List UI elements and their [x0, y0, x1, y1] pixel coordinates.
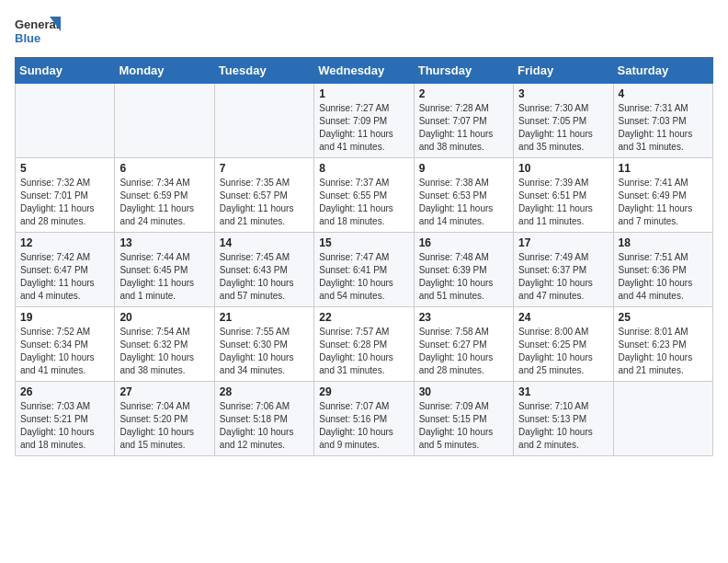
cell-daylight-info: Sunrise: 7:07 AM Sunset: 5:16 PM Dayligh… — [319, 400, 408, 452]
week-row-2: 12Sunrise: 7:42 AM Sunset: 6:47 PM Dayli… — [16, 233, 713, 307]
calendar-cell: 31Sunrise: 7:10 AM Sunset: 5:13 PM Dayli… — [514, 382, 613, 456]
cell-daylight-info: Sunrise: 7:35 AM Sunset: 6:57 PM Dayligh… — [220, 177, 309, 228]
day-number: 7 — [220, 162, 309, 175]
cell-daylight-info: Sunrise: 7:03 AM Sunset: 5:21 PM Dayligh… — [20, 400, 109, 452]
day-number: 19 — [20, 311, 109, 324]
calendar-cell — [115, 84, 214, 158]
calendar-cell: 12Sunrise: 7:42 AM Sunset: 6:47 PM Dayli… — [16, 233, 115, 307]
calendar-cell: 27Sunrise: 7:04 AM Sunset: 5:20 PM Dayli… — [115, 382, 214, 456]
cell-daylight-info: Sunrise: 7:48 AM Sunset: 6:39 PM Dayligh… — [419, 251, 508, 303]
calendar-cell: 11Sunrise: 7:41 AM Sunset: 6:49 PM Dayli… — [613, 158, 712, 233]
logo-svg: GeneralBlue — [15, 15, 61, 48]
day-number: 20 — [119, 311, 209, 324]
cell-daylight-info: Sunrise: 7:37 AM Sunset: 6:55 PM Dayligh… — [319, 177, 408, 228]
day-number: 1 — [319, 87, 408, 100]
calendar-cell: 26Sunrise: 7:03 AM Sunset: 5:21 PM Dayli… — [16, 382, 115, 456]
day-number: 30 — [419, 385, 508, 398]
cell-daylight-info: Sunrise: 7:06 AM Sunset: 5:18 PM Dayligh… — [220, 400, 309, 452]
cell-daylight-info: Sunrise: 7:47 AM Sunset: 6:41 PM Dayligh… — [319, 251, 408, 303]
calendar-cell: 6Sunrise: 7:34 AM Sunset: 6:59 PM Daylig… — [115, 158, 214, 233]
logo: GeneralBlue — [15, 15, 61, 48]
weekday-header-wednesday: Wednesday — [314, 58, 414, 84]
day-number: 21 — [220, 311, 309, 324]
calendar-cell: 29Sunrise: 7:07 AM Sunset: 5:16 PM Dayli… — [314, 382, 414, 456]
calendar-cell: 22Sunrise: 7:57 AM Sunset: 6:28 PM Dayli… — [314, 307, 414, 382]
day-number: 22 — [319, 311, 408, 324]
calendar-cell: 16Sunrise: 7:48 AM Sunset: 6:39 PM Dayli… — [414, 233, 513, 307]
day-number: 11 — [619, 162, 708, 175]
day-number: 31 — [518, 385, 608, 398]
day-number: 29 — [319, 385, 408, 398]
calendar-cell: 10Sunrise: 7:39 AM Sunset: 6:51 PM Dayli… — [514, 158, 613, 233]
cell-daylight-info: Sunrise: 7:51 AM Sunset: 6:36 PM Dayligh… — [619, 251, 708, 303]
day-number: 8 — [319, 162, 408, 175]
week-row-1: 5Sunrise: 7:32 AM Sunset: 7:01 PM Daylig… — [16, 158, 713, 233]
calendar-cell: 9Sunrise: 7:38 AM Sunset: 6:53 PM Daylig… — [414, 158, 513, 233]
header: GeneralBlue — [15, 15, 713, 48]
day-number: 16 — [419, 236, 508, 249]
week-row-4: 26Sunrise: 7:03 AM Sunset: 5:21 PM Dayli… — [16, 382, 713, 456]
calendar-cell — [16, 84, 115, 158]
cell-daylight-info: Sunrise: 7:28 AM Sunset: 7:07 PM Dayligh… — [419, 102, 508, 154]
day-number: 5 — [20, 162, 109, 175]
calendar-cell: 7Sunrise: 7:35 AM Sunset: 6:57 PM Daylig… — [214, 158, 313, 233]
calendar-cell: 18Sunrise: 7:51 AM Sunset: 6:36 PM Dayli… — [613, 233, 712, 307]
calendar-cell: 14Sunrise: 7:45 AM Sunset: 6:43 PM Dayli… — [214, 233, 313, 307]
day-number: 27 — [119, 385, 209, 398]
cell-daylight-info: Sunrise: 7:09 AM Sunset: 5:15 PM Dayligh… — [419, 400, 508, 452]
svg-text:Blue: Blue — [15, 31, 40, 45]
cell-daylight-info: Sunrise: 7:42 AM Sunset: 6:47 PM Dayligh… — [20, 251, 109, 303]
day-number: 28 — [220, 385, 309, 398]
week-row-0: 1Sunrise: 7:27 AM Sunset: 7:09 PM Daylig… — [16, 84, 713, 158]
calendar-cell: 3Sunrise: 7:30 AM Sunset: 7:05 PM Daylig… — [514, 84, 613, 158]
calendar-cell: 19Sunrise: 7:52 AM Sunset: 6:34 PM Dayli… — [16, 307, 115, 382]
cell-daylight-info: Sunrise: 7:34 AM Sunset: 6:59 PM Dayligh… — [119, 177, 209, 228]
calendar-cell: 2Sunrise: 7:28 AM Sunset: 7:07 PM Daylig… — [414, 84, 513, 158]
weekday-header-saturday: Saturday — [613, 58, 712, 84]
cell-daylight-info: Sunrise: 8:01 AM Sunset: 6:23 PM Dayligh… — [619, 326, 708, 377]
day-number: 25 — [619, 311, 708, 324]
calendar-cell: 5Sunrise: 7:32 AM Sunset: 7:01 PM Daylig… — [16, 158, 115, 233]
calendar-cell: 20Sunrise: 7:54 AM Sunset: 6:32 PM Dayli… — [115, 307, 214, 382]
cell-daylight-info: Sunrise: 7:39 AM Sunset: 6:51 PM Dayligh… — [518, 177, 608, 228]
cell-daylight-info: Sunrise: 7:38 AM Sunset: 6:53 PM Dayligh… — [419, 177, 508, 228]
calendar-cell: 28Sunrise: 7:06 AM Sunset: 5:18 PM Dayli… — [214, 382, 313, 456]
calendar-cell: 13Sunrise: 7:44 AM Sunset: 6:45 PM Dayli… — [115, 233, 214, 307]
cell-daylight-info: Sunrise: 7:41 AM Sunset: 6:49 PM Dayligh… — [619, 177, 708, 228]
calendar-cell: 30Sunrise: 7:09 AM Sunset: 5:15 PM Dayli… — [414, 382, 513, 456]
calendar-cell: 4Sunrise: 7:31 AM Sunset: 7:03 PM Daylig… — [613, 84, 712, 158]
cell-daylight-info: Sunrise: 8:00 AM Sunset: 6:25 PM Dayligh… — [518, 326, 608, 377]
calendar-cell — [214, 84, 313, 158]
week-row-3: 19Sunrise: 7:52 AM Sunset: 6:34 PM Dayli… — [16, 307, 713, 382]
day-number: 10 — [518, 162, 608, 175]
cell-daylight-info: Sunrise: 7:32 AM Sunset: 7:01 PM Dayligh… — [20, 177, 109, 228]
weekday-header-row: SundayMondayTuesdayWednesdayThursdayFrid… — [16, 58, 713, 84]
calendar-cell: 24Sunrise: 8:00 AM Sunset: 6:25 PM Dayli… — [514, 307, 613, 382]
day-number: 6 — [119, 162, 209, 175]
cell-daylight-info: Sunrise: 7:54 AM Sunset: 6:32 PM Dayligh… — [119, 326, 209, 377]
day-number: 26 — [20, 385, 109, 398]
weekday-header-friday: Friday — [514, 58, 613, 84]
cell-daylight-info: Sunrise: 7:04 AM Sunset: 5:20 PM Dayligh… — [119, 400, 209, 452]
cell-daylight-info: Sunrise: 7:30 AM Sunset: 7:05 PM Dayligh… — [518, 102, 608, 154]
calendar-table: SundayMondayTuesdayWednesdayThursdayFrid… — [15, 57, 713, 456]
weekday-header-thursday: Thursday — [414, 58, 513, 84]
cell-daylight-info: Sunrise: 7:58 AM Sunset: 6:27 PM Dayligh… — [419, 326, 508, 377]
weekday-header-sunday: Sunday — [16, 58, 115, 84]
cell-daylight-info: Sunrise: 7:49 AM Sunset: 6:37 PM Dayligh… — [518, 251, 608, 303]
day-number: 23 — [419, 311, 508, 324]
day-number: 18 — [619, 236, 708, 249]
calendar-cell: 23Sunrise: 7:58 AM Sunset: 6:27 PM Dayli… — [414, 307, 513, 382]
day-number: 13 — [119, 236, 209, 249]
day-number: 14 — [220, 236, 309, 249]
calendar-cell: 25Sunrise: 8:01 AM Sunset: 6:23 PM Dayli… — [613, 307, 712, 382]
calendar-cell: 21Sunrise: 7:55 AM Sunset: 6:30 PM Dayli… — [214, 307, 313, 382]
cell-daylight-info: Sunrise: 7:57 AM Sunset: 6:28 PM Dayligh… — [319, 326, 408, 377]
cell-daylight-info: Sunrise: 7:31 AM Sunset: 7:03 PM Dayligh… — [619, 102, 708, 154]
day-number: 17 — [518, 236, 608, 249]
cell-daylight-info: Sunrise: 7:52 AM Sunset: 6:34 PM Dayligh… — [20, 326, 109, 377]
cell-daylight-info: Sunrise: 7:27 AM Sunset: 7:09 PM Dayligh… — [319, 102, 408, 154]
cell-daylight-info: Sunrise: 7:45 AM Sunset: 6:43 PM Dayligh… — [220, 251, 309, 303]
cell-daylight-info: Sunrise: 7:44 AM Sunset: 6:45 PM Dayligh… — [119, 251, 209, 303]
day-number: 4 — [619, 87, 708, 100]
